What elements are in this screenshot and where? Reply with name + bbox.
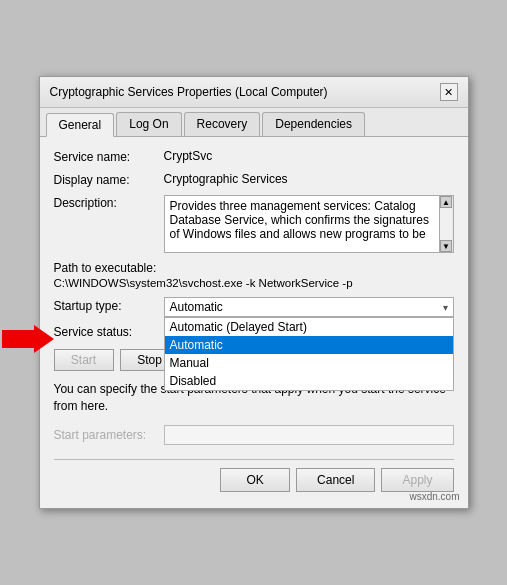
tab-dependencies[interactable]: Dependencies: [262, 112, 365, 136]
title-bar: Cryptographic Services Properties (Local…: [40, 77, 468, 108]
tab-recovery[interactable]: Recovery: [184, 112, 261, 136]
startup-type-dropdown[interactable]: Automatic ▾ Automatic (Delayed Start) Au…: [164, 297, 454, 317]
scroll-track: [440, 208, 452, 240]
start-button[interactable]: Start: [54, 349, 114, 371]
dropdown-item-manual[interactable]: Manual: [165, 354, 453, 372]
service-status-label: Service status:: [54, 325, 164, 339]
arrow-body: [2, 330, 34, 348]
service-name-row: Service name: CryptSvc: [54, 149, 454, 164]
dropdown-selected-value: Automatic: [170, 300, 223, 314]
tab-logon[interactable]: Log On: [116, 112, 181, 136]
description-scrollbar[interactable]: ▲ ▼: [439, 196, 453, 252]
display-name-label: Display name:: [54, 172, 164, 187]
scroll-down-button[interactable]: ▼: [440, 240, 452, 252]
start-params-input[interactable]: [164, 425, 454, 445]
dropdown-list: Automatic (Delayed Start) Automatic Manu…: [164, 317, 454, 391]
tab-general[interactable]: General: [46, 113, 115, 137]
divider: [54, 459, 454, 460]
cancel-button[interactable]: Cancel: [296, 468, 375, 492]
bottom-buttons: OK Cancel Apply: [54, 468, 454, 496]
tab-bar: General Log On Recovery Dependencies: [40, 108, 468, 137]
path-row: Path to executable: C:\WINDOWS\system32\…: [54, 261, 454, 289]
window-title: Cryptographic Services Properties (Local…: [50, 85, 328, 99]
description-label: Description:: [54, 195, 164, 210]
scroll-up-button[interactable]: ▲: [440, 196, 452, 208]
start-params-row: Start parameters:: [54, 425, 454, 445]
service-name-value: CryptSvc: [164, 149, 454, 163]
arrow-head: [34, 325, 54, 353]
dropdown-item-delayed[interactable]: Automatic (Delayed Start): [165, 318, 453, 336]
path-value: C:\WINDOWS\system32\svchost.exe -k Netwo…: [54, 277, 454, 289]
watermark: wsxdn.com: [409, 491, 459, 502]
apply-button[interactable]: Apply: [381, 468, 453, 492]
dropdown-arrow-icon: ▾: [443, 302, 448, 313]
startup-type-row: Startup type: Automatic ▾ Automatic (Del…: [54, 297, 454, 317]
description-row: Description: Provides three management s…: [54, 195, 454, 253]
description-text: Provides three management services: Cata…: [170, 199, 448, 241]
ok-button[interactable]: OK: [220, 468, 290, 492]
dropdown-item-disabled[interactable]: Disabled: [165, 372, 453, 390]
close-button[interactable]: ✕: [440, 83, 458, 101]
service-name-label: Service name:: [54, 149, 164, 164]
display-name-value: Cryptographic Services: [164, 172, 454, 186]
path-label: Path to executable:: [54, 261, 454, 275]
tab-content: Service name: CryptSvc Display name: Cry…: [40, 137, 468, 508]
dropdown-item-automatic[interactable]: Automatic: [165, 336, 453, 354]
red-arrow-indicator: [2, 325, 54, 353]
display-name-row: Display name: Cryptographic Services: [54, 172, 454, 187]
dropdown-header[interactable]: Automatic ▾: [164, 297, 454, 317]
properties-dialog: Cryptographic Services Properties (Local…: [39, 76, 469, 509]
start-params-label: Start parameters:: [54, 428, 164, 442]
startup-type-label: Startup type:: [54, 297, 164, 313]
description-box: Provides three management services: Cata…: [164, 195, 454, 253]
